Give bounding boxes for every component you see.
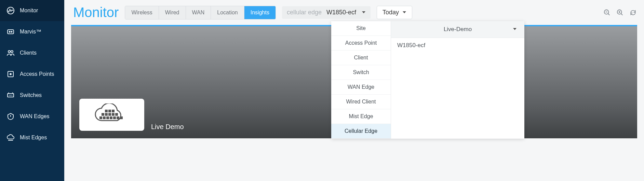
page-title: Monitor [73,5,119,20]
tab-insights[interactable]: Insights [244,6,276,19]
entity-type-list: Site Access Point Client Switch WAN Edge… [331,21,391,139]
monitor-icon [6,6,15,15]
entity-dropdown: Site Access Point Client Switch WAN Edge… [331,21,524,139]
svg-rect-12 [108,110,111,112]
svg-rect-24 [117,116,119,119]
tab-wireless[interactable]: Wireless [125,6,159,19]
sidebar-item-label: Switches [20,92,42,98]
zoom-in-button[interactable] [616,9,624,17]
switches-icon [6,91,15,100]
sidebar-item-switches[interactable]: Switches [0,85,64,106]
dd-type-wan-edge[interactable]: WAN Edge [331,80,391,95]
dd-type-mist-edge[interactable]: Mist Edge [331,109,391,124]
entity-type-label: cellular edge [287,9,322,16]
site-picker-label: Live-Demo [444,26,472,33]
caret-down-icon [513,26,517,33]
site-logo-card [79,99,144,131]
tab-location[interactable]: Location [211,6,244,19]
svg-rect-23 [113,116,116,119]
svg-rect-11 [105,110,108,112]
svg-rect-21 [106,116,109,119]
svg-rect-16 [108,113,111,116]
dd-type-access-point[interactable]: Access Point [331,36,391,51]
sidebar: Monitor Marvis™ Clients Access Points Sw… [0,0,64,181]
sidebar-item-mist-edges[interactable]: Mist Edges [0,127,64,148]
mist-edges-icon [6,133,15,142]
site-picker[interactable]: Live-Demo [391,21,524,38]
svg-rect-14 [102,113,104,116]
svg-rect-25 [120,116,123,119]
entity-item-list: Live-Demo W1850-ecf [391,21,524,139]
svg-point-4 [8,51,10,53]
entity-value: W1850-ecf [326,9,356,16]
main-area: Monitor Wireless Wired WAN Location Insi… [64,0,644,181]
site-banner-label: Live Demo [151,123,184,131]
monitor-tabs: Wireless Wired WAN Location Insights [125,6,276,19]
svg-rect-15 [105,113,108,116]
dd-type-site[interactable]: Site [331,21,391,36]
dd-type-switch[interactable]: Switch [331,65,391,80]
svg-rect-13 [112,110,115,112]
toolbar-right [603,9,637,17]
svg-rect-1 [8,30,14,34]
sidebar-item-label: Clients [20,50,37,56]
svg-rect-17 [112,113,115,116]
svg-rect-18 [115,113,118,116]
sidebar-item-access-points[interactable]: Access Points [0,64,64,85]
mist-cloud-icon [91,103,132,126]
dd-type-wired-client[interactable]: Wired Client [331,95,391,109]
sidebar-item-monitor[interactable]: Monitor [0,0,64,21]
access-points-icon [6,70,15,79]
caret-down-icon [402,9,406,16]
svg-rect-20 [103,116,106,119]
svg-point-3 [11,31,12,32]
sidebar-item-label: Monitor [20,8,38,14]
dd-type-client[interactable]: Client [331,51,391,65]
sidebar-item-wan-edges[interactable]: WAN Edges [0,106,64,127]
tab-wan[interactable]: WAN [186,6,211,19]
svg-rect-22 [110,116,112,119]
clients-icon [6,48,15,57]
sidebar-item-label: Access Points [20,71,54,77]
tab-wired[interactable]: Wired [159,6,186,19]
sidebar-item-marvis[interactable]: Marvis™ [0,21,64,42]
wan-edges-icon [6,112,15,121]
svg-point-7 [10,73,11,75]
entity-list-item[interactable]: W1850-ecf [391,38,524,53]
time-label: Today [383,9,399,16]
sidebar-item-label: WAN Edges [20,113,50,120]
sidebar-item-label: Mist Edges [20,135,47,141]
svg-point-2 [9,31,10,32]
time-selector[interactable]: Today [377,6,412,19]
svg-rect-19 [99,116,102,119]
marvis-icon [6,27,15,36]
dd-type-cellular-edge[interactable]: Cellular Edge [331,124,391,139]
entity-selector[interactable]: cellular edge W1850-ecf [282,6,371,19]
svg-point-5 [11,51,13,53]
sidebar-item-label: Marvis™ [20,29,41,35]
zoom-out-button[interactable] [603,9,611,17]
sidebar-item-clients[interactable]: Clients [0,42,64,64]
caret-down-icon [362,9,366,16]
refresh-button[interactable] [629,9,637,17]
